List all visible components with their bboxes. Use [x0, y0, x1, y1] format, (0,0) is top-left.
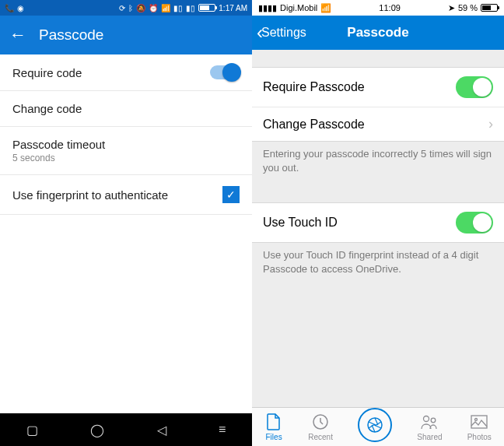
android-screen: 📞 ◉ ⟳ ᛒ 🔕 ⏰ 📶 ▮▯ ▮▯ 1:17 AM ← Passcode R…	[0, 0, 252, 446]
ios-header: ‹ Settings Passcode	[252, 16, 504, 50]
chevron-right-icon: ›	[488, 116, 493, 132]
battery-label: 59 %	[458, 3, 478, 12]
svg-point-3	[432, 418, 436, 423]
attempts-footer: Entering your passcode incorrectly 5 tim…	[252, 141, 504, 181]
recent-icon	[311, 413, 330, 431]
android-status-bar: 📞 ◉ ⟳ ᛒ 🔕 ⏰ 📶 ▮▯ ▮▯ 1:17 AM	[0, 0, 252, 16]
shared-icon	[420, 413, 439, 431]
require-passcode-cell[interactable]: Require Passcode	[252, 67, 504, 107]
tab-files-label: Files	[266, 433, 282, 441]
tab-recent-label: Recent	[308, 433, 333, 441]
signal-icon: ▮▯	[186, 4, 195, 12]
change-code-label: Change code	[12, 102, 82, 115]
back-button[interactable]: ‹ Settings	[257, 22, 306, 44]
back-label: Settings	[261, 26, 306, 40]
require-passcode-switch[interactable]	[456, 76, 493, 98]
tab-shared-label: Shared	[417, 433, 442, 441]
back-icon[interactable]: ◁	[157, 423, 166, 437]
ios-status-bar: ▮▮▮▮ Digi.Mobil 📶 11:09 ➤ 59 %	[252, 0, 504, 16]
wifi-icon: 📶	[161, 4, 170, 12]
tab-add[interactable]	[358, 408, 392, 442]
wifi-icon: 📶	[320, 3, 331, 13]
tab-shared[interactable]: Shared	[417, 413, 442, 441]
menu-icon[interactable]: ≡	[219, 423, 226, 437]
spotify-icon: ◉	[17, 4, 24, 12]
android-header: ← Passcode	[0, 16, 252, 54]
require-code-label: Require code	[12, 66, 82, 79]
fingerprint-label: Use fingerprint to authenticate	[12, 188, 168, 202]
require-passcode-label: Require Passcode	[263, 80, 365, 94]
touch-id-label: Use Touch ID	[263, 216, 338, 230]
passcode-timeout-row[interactable]: Passcode timeout 5 seconds	[0, 127, 252, 175]
battery-icon	[481, 4, 498, 12]
files-icon	[264, 413, 283, 431]
sync-icon: ⟳	[119, 4, 125, 12]
status-time: 11:09	[379, 3, 401, 12]
change-passcode-cell[interactable]: Change Passcode ›	[252, 107, 504, 142]
require-code-row[interactable]: Require code	[0, 54, 252, 91]
fingerprint-row[interactable]: Use fingerprint to authenticate ✓	[0, 175, 252, 215]
ios-screen: ▮▮▮▮ Digi.Mobil 📶 11:09 ➤ 59 % ‹ Setting…	[252, 0, 504, 446]
fingerprint-checkbox[interactable]: ✓	[222, 186, 240, 203]
recent-apps-icon[interactable]: ▢	[26, 423, 38, 437]
timeout-value: 5 seconds	[12, 153, 105, 163]
timeout-label: Passcode timeout	[12, 138, 105, 151]
phone-icon: 📞	[5, 4, 14, 12]
tab-photos-label: Photos	[467, 433, 492, 441]
tab-recent[interactable]: Recent	[308, 413, 333, 441]
alarm-icon: ⏰	[149, 4, 158, 12]
carrier-label: Digi.Mobil	[280, 3, 317, 12]
page-title: Passcode	[347, 25, 408, 40]
status-time: 1:17 AM	[219, 4, 247, 12]
svg-point-5	[475, 419, 478, 421]
bluetooth-icon: ᛒ	[128, 4, 133, 12]
signal-icon: ▮▮▮▮	[258, 3, 277, 13]
battery-icon	[198, 4, 215, 12]
svg-rect-4	[471, 416, 487, 428]
touch-id-switch[interactable]	[456, 212, 493, 234]
back-arrow-icon[interactable]: ←	[9, 25, 26, 45]
require-code-switch[interactable]	[210, 65, 240, 79]
svg-point-2	[424, 416, 429, 422]
mute-icon: 🔕	[136, 4, 145, 12]
page-title: Passcode	[39, 26, 103, 44]
tab-photos[interactable]: Photos	[467, 413, 492, 441]
touch-id-footer: Use your Touch ID fingerprint instead of…	[252, 242, 504, 282]
ios-tab-bar: Files Recent Shared Photos	[252, 407, 504, 446]
tab-files[interactable]: Files	[264, 413, 283, 441]
touch-id-cell[interactable]: Use Touch ID	[252, 202, 504, 243]
home-icon[interactable]: ◯	[90, 423, 104, 437]
aperture-icon	[366, 416, 384, 434]
android-nav-bar: ▢ ◯ ◁ ≡	[0, 413, 252, 446]
change-passcode-label: Change Passcode	[263, 118, 365, 132]
photos-icon	[470, 413, 488, 431]
change-code-row[interactable]: Change code	[0, 91, 252, 127]
location-icon: ➤	[448, 3, 455, 13]
signal-icon: ▮▯	[173, 4, 183, 12]
